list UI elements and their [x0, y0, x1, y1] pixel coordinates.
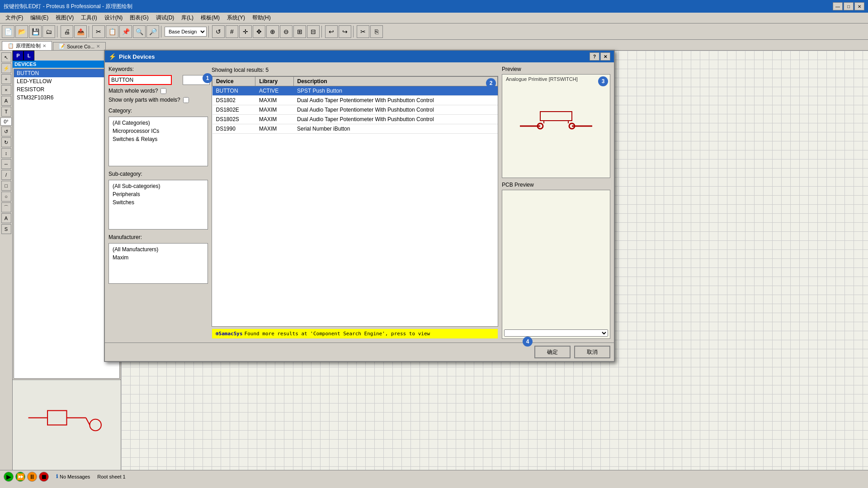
cell-library: MAXIM: [255, 115, 293, 124]
preview-symbol: [515, 99, 597, 153]
modal-left-panel: Keywords: 1 Match whole words? Show only…: [108, 66, 208, 339]
subcategory-switches[interactable]: Switches: [111, 198, 206, 206]
show-only-parts-label: Show only parts with models?: [108, 97, 180, 103]
match-whole-words-row: Match whole words?: [108, 88, 208, 94]
cell-library: ACTIVE: [255, 86, 293, 96]
table-row[interactable]: DS1802 MAXIM Dual Audio Taper Potentiome…: [212, 96, 498, 105]
match-whole-words-label: Match whole words?: [108, 88, 158, 94]
category-switches[interactable]: Switches & Relays: [111, 135, 206, 143]
keywords-input[interactable]: [108, 75, 172, 85]
keywords-row: Keywords:: [108, 66, 208, 72]
preview-box: 3 Analogue Primitive [RTSWITCH]: [502, 74, 610, 178]
cell-description: Dual Audio Taper Potentiometer With Push…: [293, 96, 497, 105]
table-row[interactable]: BUTTON ACTIVE SPST Push Button: [212, 86, 498, 96]
show-only-parts-checkbox[interactable]: [183, 97, 189, 103]
cell-library: MAXIM: [255, 105, 293, 115]
samacsys-logo: ⊕SamacSys: [216, 331, 243, 337]
category-listbox[interactable]: (All Categories) Microprocessor ICs Swit…: [108, 117, 208, 166]
category-all[interactable]: (All Categories): [111, 119, 206, 127]
pcb-preview-box: [502, 190, 610, 339]
manufacturer-section-label: Manufacturer:: [108, 234, 208, 240]
cell-device: DS1990: [212, 124, 255, 134]
badge-2: 2: [486, 78, 496, 88]
modal-body: Keywords: 1 Match whole words? Show only…: [105, 62, 614, 343]
cell-description: Dual Audio Taper Potentiometer With Push…: [293, 105, 497, 115]
cell-device: DS1802E: [212, 105, 255, 115]
cell-description: SPST Push Button: [293, 86, 497, 96]
cell-library: MAXIM: [255, 124, 293, 134]
samacsys-text: Found more results at 'Component Search …: [245, 331, 430, 337]
modal-close-button[interactable]: ✕: [600, 52, 610, 61]
subcategory-peripherals[interactable]: Peripherals: [111, 190, 206, 198]
cell-library: MAXIM: [255, 96, 293, 105]
cell-device: DS1802: [212, 96, 255, 105]
manufacturer-maxim[interactable]: Maxim: [111, 253, 206, 262]
match-whole-words-checkbox[interactable]: [160, 88, 166, 94]
manufacturer-all[interactable]: (All Manufacturers): [111, 245, 206, 253]
badge-4: 4: [523, 337, 533, 347]
badge-1: 1: [203, 73, 212, 83]
modal-titlebar: ⚡ Pick Devices ? ✕: [105, 51, 614, 62]
pcb-preview-dropdown[interactable]: [504, 329, 608, 337]
subcategory-section-label: Sub-category:: [108, 171, 208, 177]
col-device: Device: [212, 77, 255, 86]
modal-title-buttons: ? ✕: [590, 52, 610, 61]
manufacturer-listbox[interactable]: (All Manufacturers) Maxim: [108, 243, 208, 284]
modal-right-panel: Preview 3 Analogue Primitive [RTSWITCH]: [502, 66, 610, 339]
cell-description: Serial Number iButton: [293, 124, 497, 134]
samacsys-bar[interactable]: ⊕SamacSys Found more results at 'Compone…: [212, 328, 498, 339]
modal-footer: 4 确定 取消: [105, 343, 614, 361]
pick-devices-dialog: ⚡ Pick Devices ? ✕ Keywords: 1: [104, 50, 615, 362]
preview-label: Preview: [502, 66, 610, 72]
results-table[interactable]: 2 Device Library Description BUTTON: [212, 76, 498, 327]
badge-3: 3: [598, 76, 608, 86]
keywords-input-row: 1: [108, 75, 208, 85]
results-count: Showing local results: 5: [212, 66, 498, 74]
modal-help-button[interactable]: ?: [590, 52, 599, 61]
cell-device: BUTTON: [212, 86, 255, 96]
table-row[interactable]: DS1802S MAXIM Dual Audio Taper Potentiom…: [212, 115, 498, 124]
subcategory-listbox[interactable]: (All Sub-categories) Peripherals Switche…: [108, 180, 208, 230]
col-library: Library: [255, 77, 293, 86]
modal-overlay: ⚡ Pick Devices ? ✕ Keywords: 1: [0, 0, 868, 488]
cell-device: DS1802S: [212, 115, 255, 124]
show-only-parts-row: Show only parts with models?: [108, 97, 208, 103]
device-table: Device Library Description BUTTON ACTIVE…: [212, 76, 498, 134]
pcb-preview-label: PCB Preview: [502, 182, 610, 188]
table-row[interactable]: DS1802E MAXIM Dual Audio Taper Potentiom…: [212, 105, 498, 115]
col-description: Description: [293, 77, 497, 86]
modal-center-panel: Showing local results: 5 2 Device Librar…: [212, 66, 498, 339]
cell-description: Dual Audio Taper Potentiometer With Push…: [293, 115, 497, 124]
category-section-label: Category:: [108, 108, 208, 114]
subcategory-all[interactable]: (All Sub-categories): [111, 182, 206, 190]
table-row[interactable]: DS1990 MAXIM Serial Number iButton: [212, 124, 498, 134]
keywords-label: Keywords:: [108, 66, 134, 72]
modal-icon: ⚡: [108, 53, 116, 60]
ok-button[interactable]: 确定: [534, 346, 571, 358]
modal-title: Pick Devices: [119, 53, 590, 60]
svg-rect-9: [540, 112, 572, 121]
preview-device-name: Analogue Primitive [RTSWITCH]: [506, 76, 578, 82]
cancel-button[interactable]: 取消: [574, 346, 610, 358]
category-mcu[interactable]: Microprocessor ICs: [111, 127, 206, 135]
